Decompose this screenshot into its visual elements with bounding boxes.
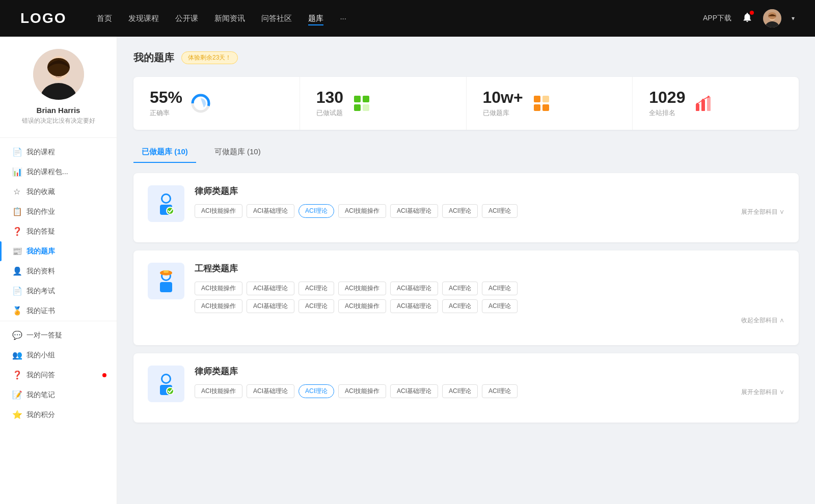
profile-icon: 👤	[12, 266, 21, 276]
nav-news[interactable]: 新闻资讯	[214, 12, 245, 25]
tag[interactable]: ACI技能操作	[338, 282, 386, 295]
tag[interactable]: ACI技能操作	[195, 384, 242, 398]
tag[interactable]: ACI技能操作	[195, 299, 242, 313]
svg-point-26	[708, 96, 710, 98]
expand-link-lawyer-1[interactable]: 展开全部科目 ∨	[741, 206, 784, 216]
sidebar-item-label: 我的课程包...	[26, 167, 68, 177]
svg-rect-13	[354, 96, 361, 102]
trial-badge: 体验剩余23天！	[181, 51, 238, 64]
notification-dot	[750, 11, 754, 15]
sidebar-item-points[interactable]: ⭐ 我的积分	[0, 405, 117, 425]
sidebar-divider-2	[0, 321, 117, 321]
expand-link-lawyer-2[interactable]: 展开全部科目 ∨	[741, 386, 784, 397]
tag[interactable]: ACI理论	[442, 282, 478, 295]
sidebar-item-notes[interactable]: 📝 我的笔记	[0, 385, 117, 405]
stat-accuracy-number: 55%	[150, 89, 182, 105]
tag[interactable]: ACI技能操作	[195, 282, 242, 295]
tag[interactable]: ACI理论	[442, 299, 478, 313]
tab-done-banks[interactable]: 已做题库 (10)	[133, 142, 196, 163]
sidebar-item-myqa[interactable]: ❓ 我的问答	[0, 365, 117, 385]
tag[interactable]: ACI理论	[298, 282, 334, 295]
svg-rect-17	[534, 96, 540, 102]
myqa-icon: ❓	[12, 370, 21, 380]
tabs-row: 已做题库 (10) 可做题库 (10)	[133, 142, 799, 163]
sidebar-item-mycourse[interactable]: 📄 我的课程	[0, 142, 117, 162]
profile-name: Brian Harris	[10, 106, 106, 115]
app-download-button[interactable]: APP下载	[703, 14, 731, 23]
tag[interactable]: ACI基础理论	[390, 282, 438, 295]
tag[interactable]: ACI基础理论	[247, 282, 294, 295]
sidebar-item-profile[interactable]: 👤 我的资料	[0, 261, 117, 281]
tag[interactable]: ACI技能操作	[338, 384, 386, 398]
grid-green-icon	[351, 93, 372, 114]
svg-point-24	[696, 103, 698, 105]
chat-icon: 💬	[12, 330, 21, 340]
tag[interactable]: ACI技能操作	[338, 299, 386, 313]
tab-available-banks[interactable]: 可做题库 (10)	[206, 142, 269, 163]
sidebar-item-coursepackage[interactable]: 📊 我的课程包...	[0, 162, 117, 182]
qbank-icon-engineer	[148, 263, 184, 299]
tag[interactable]: ACI基础理论	[247, 384, 294, 398]
sidebar-item-label: 我的题库	[26, 247, 55, 256]
nav-opencourse[interactable]: 公开课	[175, 12, 198, 25]
sidebar-item-label: 我的考试	[26, 287, 55, 296]
certificate-icon: 🏅	[12, 306, 21, 316]
sidebar-item-label: 我的证书	[26, 306, 55, 316]
sidebar-item-questionbank[interactable]: 📰 我的题库	[0, 241, 117, 261]
grid-orange-icon	[531, 93, 552, 114]
stat-global-rank-number: 1029	[649, 89, 685, 105]
svg-point-25	[702, 99, 704, 101]
tag[interactable]: ACI理论	[482, 384, 518, 398]
tag[interactable]: ACI理论	[442, 204, 478, 218]
sidebar-item-label: 我的作业	[26, 207, 55, 216]
nav-links: 首页 发现课程 公开课 新闻资讯 问答社区 题库 ···	[97, 12, 703, 25]
sidebar-divider	[0, 137, 117, 138]
notes-icon: 📝	[12, 390, 21, 400]
tag[interactable]: ACI技能操作	[338, 204, 386, 218]
page-layout: Brian Harris 错误的决定比没有决定要好 📄 我的课程 📊 我的课程包…	[0, 37, 815, 504]
group-icon: 👥	[12, 350, 21, 360]
exam-icon: 📄	[12, 286, 21, 296]
svg-point-9	[61, 70, 64, 73]
tag-selected[interactable]: ACI理论	[298, 384, 334, 398]
sidebar-item-1on1[interactable]: 💬 一对一答疑	[0, 325, 117, 345]
tag[interactable]: ACI基础理论	[390, 384, 438, 398]
qbank-card-engineer: 工程类题库 ACI技能操作 ACI基础理论 ACI理论 ACI技能操作 ACI基…	[133, 250, 799, 345]
star-icon: ☆	[12, 187, 21, 197]
profile-section: Brian Harris 错误的决定比没有决定要好	[0, 49, 117, 137]
sidebar-item-group[interactable]: 👥 我的小组	[0, 345, 117, 365]
user-avatar[interactable]	[763, 9, 781, 27]
sidebar-item-exam[interactable]: 📄 我的考试	[0, 281, 117, 301]
stat-accuracy-label: 正确率	[150, 108, 182, 118]
bar-chart-red-icon	[693, 93, 714, 114]
tag[interactable]: ACI基础理论	[247, 299, 294, 313]
tag[interactable]: ACI基础理论	[390, 204, 438, 218]
nav-questionbank[interactable]: 题库	[308, 12, 323, 25]
tag[interactable]: ACI理论	[482, 282, 518, 295]
tag[interactable]: ACI技能操作	[195, 204, 242, 218]
sidebar-item-qa[interactable]: ❓ 我的答疑	[0, 221, 117, 241]
qbank-icon-lawyer-2	[148, 366, 184, 402]
svg-rect-15	[354, 104, 361, 111]
tag[interactable]: ACI理论	[482, 299, 518, 313]
sidebar-item-certificate[interactable]: 🏅 我的证书	[0, 301, 117, 321]
tag[interactable]: ACI基础理论	[390, 299, 438, 313]
collapse-link-engineer[interactable]: 收起全部科目 ∧	[741, 316, 784, 325]
nav-qa[interactable]: 问答社区	[261, 12, 292, 25]
qbank-title-lawyer-1: 律师类题库	[195, 185, 784, 197]
notification-bell[interactable]	[742, 12, 753, 25]
nav-more[interactable]: ···	[340, 12, 346, 25]
tag[interactable]: ACI理论	[298, 299, 334, 313]
svg-rect-19	[534, 104, 540, 111]
tag-selected[interactable]: ACI理论	[298, 204, 334, 218]
user-menu-arrow[interactable]: ▾	[792, 15, 795, 22]
tag[interactable]: ACI基础理论	[247, 204, 294, 218]
sidebar-item-homework[interactable]: 📋 我的作业	[0, 202, 117, 221]
qbank-card-lawyer-1: 律师类题库 ACI技能操作 ACI基础理论 ACI理论 ACI技能操作 ACI基…	[133, 173, 799, 242]
tag[interactable]: ACI理论	[482, 204, 518, 218]
nav-home[interactable]: 首页	[97, 12, 112, 25]
nav-discover[interactable]: 发现课程	[128, 12, 159, 25]
tag[interactable]: ACI理论	[442, 384, 478, 398]
sidebar-item-favorites[interactable]: ☆ 我的收藏	[0, 182, 117, 202]
svg-rect-18	[542, 96, 549, 102]
